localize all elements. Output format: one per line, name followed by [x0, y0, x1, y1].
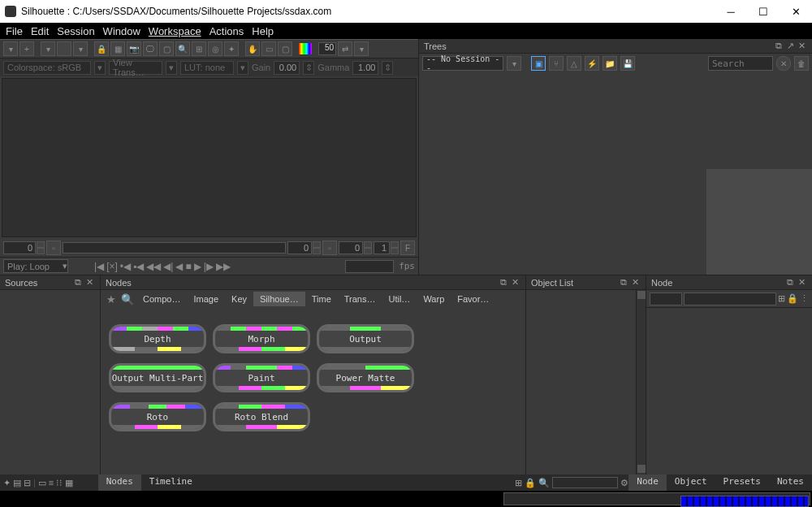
bottom-tab-object[interactable]: Object: [667, 474, 715, 491]
tree-btn[interactable]: △: [567, 56, 581, 71]
prev-key-icon[interactable]: ▪◀: [133, 261, 144, 272]
tool-btn[interactable]: ▾: [73, 41, 88, 56]
sources-body[interactable]: [0, 290, 100, 474]
search-icon[interactable]: 🔍: [538, 478, 550, 488]
clear-search-icon[interactable]: ✕: [776, 56, 791, 71]
nodes-tab[interactable]: Key: [225, 292, 253, 306]
frame-slider[interactable]: [63, 242, 286, 254]
scrollbar[interactable]: [636, 290, 646, 474]
menu-session[interactable]: Session: [54, 25, 97, 37]
objlist-search[interactable]: [552, 477, 618, 488]
menu-workspace[interactable]: Workspace: [146, 25, 204, 37]
panel-expand-icon[interactable]: ↗: [784, 41, 796, 51]
panel-close-icon[interactable]: ✕: [84, 277, 95, 288]
dropdown-arrow-icon[interactable]: ▾: [94, 61, 106, 75]
frame-step[interactable]: 1: [374, 241, 390, 254]
tree-btn[interactable]: ▣: [531, 56, 546, 71]
node-roto[interactable]: Roto: [109, 402, 206, 431]
dropdown-arrow-icon[interactable]: ▾: [507, 56, 521, 71]
step-up-icon[interactable]: [37, 241, 45, 248]
step-down-icon[interactable]: [391, 248, 399, 254]
bottom-tab-presets[interactable]: Presets: [715, 474, 769, 491]
step-up-icon[interactable]: [364, 241, 372, 248]
node-power-matte[interactable]: Power Matte: [317, 363, 414, 392]
step-fwd-icon[interactable]: |▶: [204, 261, 214, 272]
param-field[interactable]: [684, 292, 776, 306]
monitor-icon[interactable]: 🖵: [143, 41, 158, 56]
menu-edit[interactable]: Edit: [28, 25, 51, 37]
tool-btn[interactable]: ▾: [3, 41, 18, 56]
trees-search[interactable]: Search: [708, 56, 773, 71]
dropdown-arrow-icon[interactable]: ▾: [166, 61, 177, 75]
stop-icon[interactable]: ■: [185, 261, 191, 272]
panel-popout-icon[interactable]: ⧉: [498, 277, 509, 288]
range-icon[interactable]: [×]: [106, 261, 118, 272]
objectlist-body[interactable]: [526, 290, 646, 474]
tool-btn[interactable]: ▭: [261, 41, 276, 56]
menu-actions[interactable]: Actions: [207, 25, 247, 37]
color-strip-icon[interactable]: [299, 43, 312, 54]
save-icon[interactable]: 💾: [620, 56, 635, 71]
panel-popout-icon[interactable]: ⧉: [618, 277, 629, 288]
step-down-icon[interactable]: [364, 248, 372, 254]
hand-icon[interactable]: ✋: [245, 41, 260, 56]
nodes-tab[interactable]: Trans…: [338, 292, 382, 306]
frame-out[interactable]: 0: [339, 241, 363, 254]
session-dropdown[interactable]: -- No Session --: [422, 56, 503, 71]
zoom-icon[interactable]: 🔍: [175, 41, 190, 56]
step-up-icon[interactable]: [391, 241, 399, 248]
icon-btn[interactable]: ≡: [49, 478, 54, 488]
prev-key-icon[interactable]: •◀: [120, 261, 131, 272]
nodes-tab-active[interactable]: Silhoue…: [253, 292, 305, 306]
play-icon[interactable]: ▶: [194, 261, 201, 272]
step-down-icon[interactable]: [37, 248, 45, 254]
scroll-down-icon[interactable]: [637, 465, 646, 473]
tool-btn[interactable]: ✦: [224, 41, 239, 56]
tool-btn[interactable]: ⇄: [338, 41, 352, 56]
trash-icon[interactable]: 🗑: [794, 56, 809, 71]
tool-btn[interactable]: ▦: [110, 41, 125, 56]
nodes-tab[interactable]: Image: [187, 292, 225, 306]
fps-field[interactable]: [345, 260, 394, 273]
bolt-icon[interactable]: ⚡: [585, 56, 599, 71]
node-paint[interactable]: Paint: [213, 363, 310, 392]
param-field[interactable]: [650, 292, 682, 306]
nodes-body[interactable]: Depth Morph Output Output Multi-Part Pai…: [101, 308, 525, 474]
bottom-tab-node[interactable]: Node: [628, 474, 667, 491]
play-back-icon[interactable]: ◀: [175, 261, 183, 272]
viewer-canvas[interactable]: [2, 78, 417, 237]
nodes-tab[interactable]: Time: [305, 292, 338, 306]
bottom-tab-notes[interactable]: Notes: [769, 474, 812, 491]
step-down-icon[interactable]: [313, 248, 321, 254]
tool-btn[interactable]: +: [19, 41, 34, 56]
gain-stepper[interactable]: ⇕: [303, 61, 314, 75]
tool-btn[interactable]: F: [400, 240, 415, 255]
node-roto-blend[interactable]: Roto Blend: [213, 402, 310, 431]
lock-icon[interactable]: 🔒: [525, 478, 536, 488]
panel-close-icon[interactable]: ✕: [629, 277, 641, 288]
panel-close-icon[interactable]: ✕: [796, 41, 807, 51]
menu-file[interactable]: File: [3, 25, 25, 37]
icon-btn[interactable]: ▤: [13, 478, 21, 488]
menu-help[interactable]: Help: [249, 25, 276, 37]
dropdown-arrow-icon[interactable]: ▾: [237, 61, 248, 75]
panel-popout-icon[interactable]: ⧉: [773, 41, 784, 51]
favorite-icon[interactable]: ★: [104, 293, 119, 306]
panel-popout-icon[interactable]: ⧉: [784, 277, 796, 288]
panel-close-icon[interactable]: ✕: [796, 277, 807, 288]
add-icon[interactable]: ⊞: [778, 293, 785, 304]
bottom-tab-timeline[interactable]: Timeline: [141, 474, 201, 491]
tool-btn[interactable]: [57, 41, 71, 56]
menu-window[interactable]: Window: [101, 25, 143, 37]
minimize-button[interactable]: ─: [715, 0, 747, 23]
step-back-icon[interactable]: ◀|: [163, 261, 173, 272]
scroll-up-icon[interactable]: [637, 291, 646, 299]
trees-minimap[interactable]: [706, 169, 812, 275]
frame-val[interactable]: 0: [287, 241, 312, 254]
tool-btn[interactable]: ⊞: [192, 41, 206, 56]
gamma-stepper[interactable]: ⇕: [382, 61, 393, 75]
tool-btn[interactable]: ▾: [41, 41, 55, 56]
tool-btn[interactable]: ▫: [46, 240, 61, 255]
tool-btn[interactable]: ◎: [208, 41, 222, 56]
nodes-tab[interactable]: Util…: [382, 292, 417, 306]
